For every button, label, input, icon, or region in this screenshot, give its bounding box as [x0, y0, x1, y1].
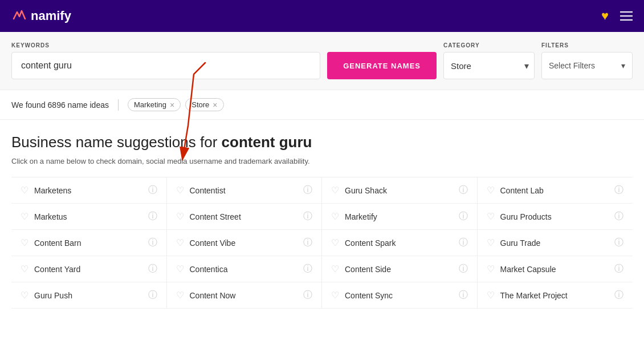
heart-icon[interactable]: ♡: [21, 211, 28, 222]
heart-icon[interactable]: ♡: [331, 264, 339, 274]
list-item[interactable]: ♡ Content Now ⓘ: [167, 282, 322, 309]
filters-chevron-icon: ▾: [621, 61, 625, 70]
info-icon[interactable]: ⓘ: [303, 184, 312, 196]
heart-icon[interactable]: ♡: [21, 185, 28, 196]
list-item[interactable]: ♡ Guru Push ⓘ: [11, 282, 166, 309]
keywords-label: KEYWORDS: [11, 42, 320, 48]
list-item[interactable]: ♡ Content Vibe ⓘ: [167, 230, 322, 256]
heart-icon[interactable]: ♡: [487, 264, 495, 274]
heart-icon[interactable]: ♥: [601, 9, 609, 23]
list-item[interactable]: ♡ Content Barn ⓘ: [11, 230, 166, 256]
info-icon[interactable]: ⓘ: [459, 184, 468, 196]
list-item[interactable]: ♡ The Market Project ⓘ: [478, 282, 633, 309]
list-item[interactable]: ♡ Marketens ⓘ: [11, 177, 166, 204]
heart-icon[interactable]: ♡: [176, 290, 184, 301]
name-text: Guru Trade: [500, 238, 609, 248]
info-icon[interactable]: ⓘ: [148, 263, 157, 275]
search-input[interactable]: [11, 52, 320, 79]
info-icon[interactable]: ⓘ: [614, 211, 623, 222]
list-item[interactable]: ♡ Content Sync ⓘ: [322, 282, 477, 309]
info-icon[interactable]: ⓘ: [303, 263, 312, 275]
info-icon[interactable]: ⓘ: [303, 237, 312, 249]
keywords-section: KEYWORDS: [11, 42, 320, 79]
name-text: Marketify: [345, 212, 453, 221]
info-icon[interactable]: ⓘ: [459, 289, 468, 301]
info-icon[interactable]: ⓘ: [614, 263, 623, 275]
list-item[interactable]: ♡ Marketus ⓘ: [11, 204, 166, 230]
list-item[interactable]: ♡ Guru Trade ⓘ: [478, 230, 633, 256]
heart-icon[interactable]: ♡: [331, 185, 339, 196]
menu-icon[interactable]: [620, 11, 633, 21]
filter-tag-marketing-remove[interactable]: ×: [170, 101, 174, 109]
results-count: We found 6896 name ideas: [11, 100, 109, 110]
category-label: CATEGORY: [443, 42, 535, 48]
name-text: Content Now: [190, 291, 298, 300]
heart-icon[interactable]: ♡: [176, 237, 184, 248]
heart-icon[interactable]: ♡: [487, 290, 495, 301]
info-icon[interactable]: ⓘ: [459, 211, 468, 222]
info-icon[interactable]: ⓘ: [148, 211, 157, 222]
name-text: Marketus: [34, 212, 142, 221]
list-item[interactable]: ♡ Guru Products ⓘ: [478, 204, 633, 230]
category-select-wrapper[interactable]: Store Tech Fashion Food Health: [443, 52, 535, 79]
info-icon[interactable]: ⓘ: [303, 289, 312, 301]
header: namify ♥: [0, 0, 644, 32]
filter-tags: Marketing × Store ×: [128, 98, 224, 111]
heart-icon[interactable]: ♡: [176, 264, 184, 274]
name-text: Content Vibe: [190, 238, 298, 248]
main-content: Business name suggestions for content gu…: [0, 120, 644, 318]
heart-icon[interactable]: ♡: [487, 185, 495, 196]
filters-dropdown[interactable]: Select Filters ▾: [541, 52, 633, 79]
list-item[interactable]: ♡ Content Side ⓘ: [322, 256, 477, 282]
list-item[interactable]: ♡ Contentist ⓘ: [167, 177, 322, 204]
info-icon[interactable]: ⓘ: [303, 211, 312, 222]
heart-icon[interactable]: ♡: [21, 264, 28, 274]
list-item[interactable]: ♡ Content Lab ⓘ: [478, 177, 633, 204]
category-select[interactable]: Store Tech Fashion Food Health: [443, 52, 535, 79]
filter-tag-marketing-label: Marketing: [134, 100, 166, 109]
heart-icon[interactable]: ♡: [487, 211, 495, 222]
info-icon[interactable]: ⓘ: [614, 237, 623, 249]
heart-icon[interactable]: ♡: [331, 211, 339, 222]
filters-placeholder: Select Filters: [549, 61, 595, 70]
name-text: Content Sync: [345, 291, 453, 300]
name-text: Guru Push: [34, 291, 142, 300]
list-item[interactable]: ♡ Market Capsule ⓘ: [478, 256, 633, 282]
results-bar: We found 6896 name ideas Marketing × Sto…: [0, 90, 644, 120]
filter-tag-store-remove[interactable]: ×: [213, 101, 217, 109]
filter-tag-store[interactable]: Store ×: [185, 98, 223, 111]
heart-icon[interactable]: ♡: [21, 237, 28, 248]
list-item[interactable]: ♡ Marketify ⓘ: [322, 204, 477, 230]
page-headline: Business name suggestions for content gu…: [11, 133, 633, 151]
info-icon[interactable]: ⓘ: [459, 263, 468, 275]
info-icon[interactable]: ⓘ: [459, 237, 468, 249]
info-icon[interactable]: ⓘ: [148, 184, 157, 196]
heart-icon[interactable]: ♡: [331, 237, 339, 248]
name-text: Contentist: [190, 186, 298, 195]
name-text: Market Capsule: [500, 265, 609, 274]
heart-icon[interactable]: ♡: [176, 211, 184, 222]
header-right: ♥: [601, 9, 633, 23]
logo[interactable]: namify: [11, 9, 71, 24]
heart-icon[interactable]: ♡: [331, 290, 339, 301]
heart-icon[interactable]: ♡: [176, 185, 184, 196]
filter-tag-marketing[interactable]: Marketing ×: [128, 98, 181, 111]
list-item[interactable]: ♡ Guru Shack ⓘ: [322, 177, 477, 204]
info-icon[interactable]: ⓘ: [148, 237, 157, 249]
heart-icon[interactable]: ♡: [487, 237, 495, 248]
filter-tag-store-label: Store: [191, 100, 209, 109]
list-item[interactable]: ♡ Content Spark ⓘ: [322, 230, 477, 256]
info-icon[interactable]: ⓘ: [614, 184, 623, 196]
list-item[interactable]: ♡ Content Street ⓘ: [167, 204, 322, 230]
list-item[interactable]: ♡ Content Yard ⓘ: [11, 256, 166, 282]
info-icon[interactable]: ⓘ: [148, 289, 157, 301]
name-text: Content Street: [190, 212, 298, 221]
generate-names-button[interactable]: GENERATE NAMES: [327, 52, 437, 79]
name-column-1: ♡ Marketens ⓘ ♡ Marketus ⓘ ♡ Content Bar…: [11, 177, 167, 309]
filters-section: FILTERS Select Filters ▾: [541, 42, 633, 79]
name-text: Content Lab: [500, 186, 609, 195]
info-icon[interactable]: ⓘ: [614, 289, 623, 301]
name-text: The Market Project: [500, 291, 609, 300]
list-item[interactable]: ♡ Contentica ⓘ: [167, 256, 322, 282]
heart-icon[interactable]: ♡: [21, 290, 28, 301]
